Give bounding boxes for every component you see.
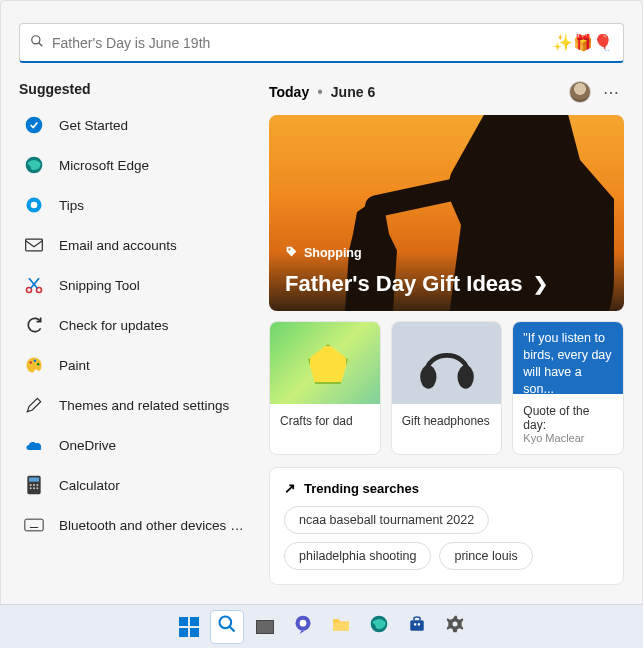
svg-point-9 [29, 361, 32, 364]
trending-chip[interactable]: philadelphia shooting [284, 542, 431, 570]
search-bar-wrap: ✨🎁🎈 [19, 23, 624, 63]
card-quote[interactable]: "If you listen to birds, every day will … [512, 321, 624, 455]
card-image-crafts [270, 322, 380, 404]
taskbar-explorer[interactable] [324, 610, 358, 644]
hero-card[interactable]: Shopping Father's Day Gift Ideas ❯ [269, 115, 624, 311]
svg-point-15 [33, 484, 35, 486]
taskbar-settings[interactable] [438, 610, 472, 644]
svg-rect-36 [414, 623, 416, 625]
svg-point-17 [30, 487, 32, 489]
svg-rect-6 [26, 239, 43, 251]
svg-rect-37 [417, 623, 419, 625]
svg-point-18 [33, 487, 35, 489]
celebration-icon: ✨🎁🎈 [553, 33, 613, 52]
svg-point-27 [420, 365, 436, 388]
trending-chip[interactable]: prince louis [439, 542, 532, 570]
svg-point-0 [32, 36, 40, 44]
today-separator: • [317, 83, 323, 101]
svg-point-16 [36, 484, 38, 486]
search-panel: ✨🎁🎈 Suggested Get Started Microsoft Edge… [0, 0, 643, 610]
card-headphones[interactable]: Gift headphones [391, 321, 503, 455]
sugg-item-get-started[interactable]: Get Started [19, 107, 253, 143]
taskbar-edge[interactable] [362, 610, 396, 644]
taskbar-task-view[interactable] [248, 610, 282, 644]
edge-icon [369, 614, 389, 639]
card-title-sub: Quote of the day: Kyo Maclear [513, 394, 623, 454]
more-button[interactable]: ⋯ [599, 83, 624, 102]
hero-title: Father's Day Gift Ideas ❯ [285, 271, 548, 297]
taskbar [0, 604, 643, 648]
taskbar-search[interactable] [210, 610, 244, 644]
keyboard-icon [23, 514, 45, 536]
sugg-item-paint[interactable]: Paint [19, 347, 253, 383]
trending-header: ↗ Trending searches [284, 480, 609, 496]
search-box[interactable]: ✨🎁🎈 [19, 23, 624, 63]
svg-point-26 [288, 248, 290, 250]
pen-icon [23, 394, 45, 416]
today-header: Today • June 6 ⋯ [269, 81, 624, 103]
today-label: Today [269, 84, 309, 100]
edge-icon [23, 154, 45, 176]
store-icon [408, 615, 426, 638]
sugg-item-bluetooth[interactable]: Bluetooth and other devices sett... [19, 507, 253, 543]
svg-point-14 [30, 484, 32, 486]
sugg-item-edge[interactable]: Microsoft Edge [19, 147, 253, 183]
today-column: Today • June 6 ⋯ Shopping Father's [269, 81, 624, 585]
svg-rect-20 [25, 519, 43, 531]
svg-point-2 [26, 117, 43, 134]
taskbar-store[interactable] [400, 610, 434, 644]
cards-row: Crafts for dad Gift headphones "If you l… [269, 321, 624, 455]
task-view-icon [256, 620, 274, 634]
search-input[interactable] [52, 35, 553, 51]
email-icon [23, 234, 45, 256]
onedrive-icon [23, 434, 45, 456]
taskbar-chat[interactable] [286, 610, 320, 644]
card-quote-block: "If you listen to birds, every day will … [513, 322, 623, 394]
trending-chip[interactable]: ncaa baseball tournament 2022 [284, 506, 489, 534]
search-icon [30, 34, 44, 51]
sugg-item-snip[interactable]: Snipping Tool [19, 267, 253, 303]
sugg-item-updates[interactable]: Check for updates [19, 307, 253, 343]
suggested-title: Suggested [19, 81, 253, 97]
svg-point-5 [31, 202, 38, 209]
suggested-list: Get Started Microsoft Edge Tips Email an… [19, 107, 253, 543]
svg-line-1 [39, 43, 43, 47]
refresh-icon [23, 314, 45, 336]
svg-point-29 [219, 617, 231, 629]
svg-point-32 [299, 620, 306, 627]
taskbar-start[interactable] [172, 610, 206, 644]
svg-rect-13 [29, 478, 39, 482]
card-title: Crafts for dad [270, 404, 380, 438]
card-title: Gift headphones [392, 404, 502, 438]
sugg-item-email[interactable]: Email and accounts [19, 227, 253, 263]
trending-icon: ↗ [284, 480, 296, 496]
folder-icon [331, 616, 351, 637]
sugg-item-tips[interactable]: Tips [19, 187, 253, 223]
trending-chips: ncaa baseball tournament 2022 philadelph… [284, 506, 609, 570]
user-avatar[interactable] [569, 81, 591, 103]
card-crafts[interactable]: Crafts for dad [269, 321, 381, 455]
svg-rect-35 [410, 620, 424, 631]
windows-icon [179, 617, 199, 637]
get-started-icon [23, 114, 45, 136]
calculator-icon [23, 474, 45, 496]
sugg-item-calculator[interactable]: Calculator [19, 467, 253, 503]
sugg-item-themes[interactable]: Themes and related settings [19, 387, 253, 423]
sugg-item-onedrive[interactable]: OneDrive [19, 427, 253, 463]
svg-point-11 [37, 363, 40, 366]
paint-icon [23, 354, 45, 376]
trending-box: ↗ Trending searches ncaa baseball tourna… [269, 467, 624, 585]
svg-point-19 [36, 487, 38, 489]
snipping-tool-icon [23, 274, 45, 296]
search-icon [217, 614, 237, 639]
svg-point-38 [452, 622, 457, 627]
chat-icon [293, 614, 313, 639]
tips-icon [23, 194, 45, 216]
today-date: June 6 [331, 84, 375, 100]
card-image-headphones [392, 322, 502, 404]
hero-category: Shopping [285, 245, 362, 261]
suggested-column: Suggested Get Started Microsoft Edge Tip… [19, 81, 253, 585]
chevron-right-icon: ❯ [533, 273, 548, 295]
svg-rect-33 [333, 622, 349, 630]
gear-icon [445, 614, 465, 639]
